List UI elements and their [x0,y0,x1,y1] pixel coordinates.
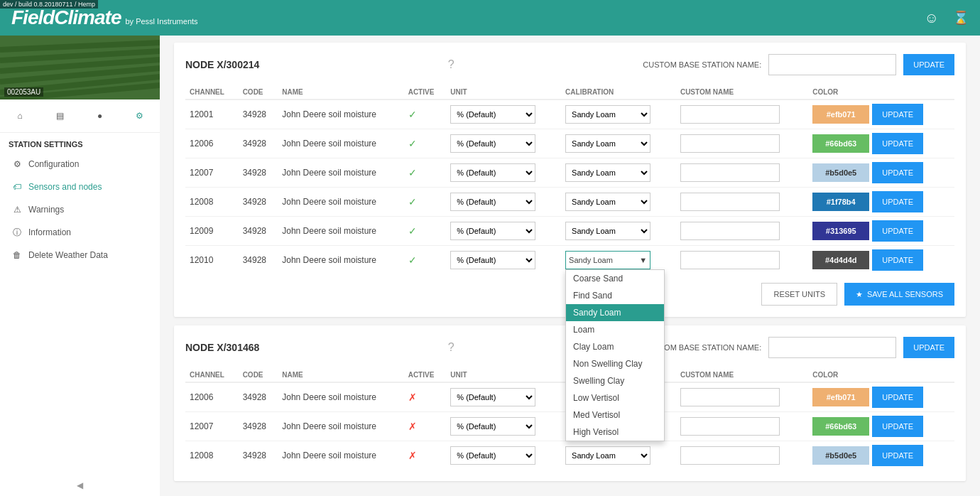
cell-active: ✗ [404,412,447,441]
inactive-check-icon: ✗ [408,421,417,432]
cal-option-coarse-sand[interactable]: Coarse Sand [566,270,664,287]
custom-name-input[interactable] [680,446,780,465]
col-name: NAME [278,85,403,99]
unit-select[interactable]: % (Default) [450,193,535,211]
calibration-select[interactable]: Sandy Loam [565,222,650,240]
col-name: NAME [278,368,403,382]
cal-option-low-vertisol[interactable]: Low Vertisol [566,389,664,406]
row-update-button[interactable]: UPDATE [872,104,923,125]
cal-option-non-swelling-clay[interactable]: Non Swelling Clay [566,355,664,372]
custom-name-input[interactable] [680,388,780,406]
color-swatch[interactable]: #66bd63 [812,134,869,153]
calibration-select[interactable]: Sandy Loam [565,105,650,124]
inactive-check-icon: ✗ [408,450,417,461]
cell-code: 34928 [239,441,278,470]
node1-custom-base-label: CUSTOM BASE STATION NAME: [643,60,761,69]
row-update-button[interactable]: UPDATE [872,162,923,183]
custom-name-input[interactable] [680,163,780,182]
custom-name-input[interactable] [680,105,780,124]
node1-header: NODE X/300214 ? CUSTOM BASE STATION NAME… [185,54,954,75]
col-calibration: CALIBRATION [561,85,676,99]
calibration-select[interactable]: Sandy Loam [565,163,650,182]
unit-select[interactable]: % (Default) [450,163,535,182]
cal-option-clay-loam[interactable]: Clay Loam [566,338,664,355]
row-update-button[interactable]: UPDATE [872,387,923,408]
color-swatch[interactable]: #313695 [812,222,869,240]
cell-color: #66bd63 UPDATE [808,412,954,441]
calibration-select[interactable]: Sandy Loam [565,134,650,153]
custom-name-input[interactable] [680,134,780,153]
cell-custom-name [676,129,808,158]
calibration-select-display[interactable]: Sandy Loam ▼ [565,251,650,269]
sidebar-home-btn[interactable]: ⌂ [9,105,31,126]
calibration-select[interactable]: Sandy Loam [565,446,650,465]
row-update-button[interactable]: UPDATE [872,133,923,154]
node2-header-right: CUSTOM BASE STATION NAME: UPDATE [643,337,954,358]
calibration-select[interactable]: Sandy Loam [565,193,650,211]
cal-option-find-sand[interactable]: Find Sand [566,287,664,304]
row-update-button[interactable]: UPDATE [872,445,923,466]
color-cell: #1f78b4 UPDATE [812,191,950,212]
sidebar-chart-btn[interactable]: ▤ [49,105,70,126]
color-cell: #4d4d4d UPDATE [812,249,950,271]
calibration-dropdown-container: Sandy Loam ▼ Coarse Sand Find Sand Sandy… [565,251,650,269]
custom-name-input[interactable] [680,222,780,240]
cell-unit: % (Default) [446,412,561,441]
color-cell: #efb071 UPDATE [812,104,950,125]
sidebar-item-information[interactable]: ⓘ Information [0,221,160,244]
save-all-sensors-button[interactable]: ★ SAVE ALL SENSORS [844,283,954,306]
cal-option-med-vertisol[interactable]: Med Vertisol [566,406,664,424]
cal-option-high-verisol[interactable]: High Verisol [566,424,664,441]
sidebar-settings-btn[interactable]: ⚙ [129,105,151,126]
color-swatch[interactable]: #efb071 [812,105,869,124]
cell-color: #b5d0e5 UPDATE [808,441,954,470]
cell-channel: 12010 [185,246,239,275]
unit-select[interactable]: % (Default) [450,105,535,124]
cal-option-sandy-loam[interactable]: Sandy Loam [566,304,664,321]
sidebar-item-delete[interactable]: 🗑 Delete Weather Data [0,244,160,266]
sidebar-item-warnings[interactable]: ⚠ Warnings [0,198,160,221]
custom-name-input[interactable] [680,193,780,211]
color-swatch[interactable]: #efb071 [812,388,869,406]
cal-option-swelling-clay[interactable]: Swelling Clay [566,372,664,389]
reset-units-button[interactable]: RESET UNITS [761,283,837,306]
sidebar-item-sensors-nodes[interactable]: 🏷 Sensors and nodes [0,176,160,198]
tag-icon: 🏷 [11,181,23,193]
trash-icon: 🗑 [11,249,23,261]
warning-icon: ⚠ [11,204,23,215]
color-swatch[interactable]: #4d4d4d [812,251,869,269]
node2-custom-base-input[interactable] [768,337,896,358]
custom-name-input[interactable] [680,251,780,269]
node1-update-button[interactable]: UPDATE [903,54,954,75]
custom-name-input[interactable] [680,417,780,436]
unit-select[interactable]: % (Default) [450,251,535,269]
sidebar-item-configuration[interactable]: ⚙ Configuration [0,153,160,176]
color-swatch[interactable]: #1f78b4 [812,193,869,211]
color-swatch[interactable]: #b5d0e5 [812,446,869,465]
wifi-icon[interactable]: ⌛ [953,10,969,26]
row-update-button[interactable]: UPDATE [872,416,923,437]
color-swatch[interactable]: #b5d0e5 [812,163,869,182]
sidebar-sensors-btn[interactable]: ● [89,105,111,126]
unit-select[interactable]: % (Default) [450,134,535,153]
row-update-button[interactable]: UPDATE [872,191,923,212]
node1-help-icon[interactable]: ? [448,58,454,71]
node2-help-icon[interactable]: ? [448,341,454,354]
active-check-icon: ✓ [408,254,417,266]
cell-active: ✓ [404,188,447,217]
sidebar-collapse-btn[interactable]: ◀ [0,475,160,496]
node1-table-header-row: CHANNEL CODE NAME ACTIVE UNIT CALIBRATIO… [185,85,954,99]
cell-active: ✓ [404,217,447,246]
user-icon[interactable]: ☺ [925,10,939,26]
node2-update-button[interactable]: UPDATE [903,337,954,358]
unit-select[interactable]: % (Default) [450,222,535,240]
cell-active: ✓ [404,129,447,158]
row-update-button[interactable]: UPDATE [872,220,923,242]
cal-option-loam[interactable]: Loam [566,321,664,338]
row-update-button[interactable]: UPDATE [872,249,923,271]
unit-select[interactable]: % (Default) [450,417,535,436]
unit-select[interactable]: % (Default) [450,446,535,465]
color-swatch[interactable]: #66bd63 [812,417,869,436]
unit-select[interactable]: % (Default) [450,388,535,406]
node1-custom-base-input[interactable] [768,54,896,75]
